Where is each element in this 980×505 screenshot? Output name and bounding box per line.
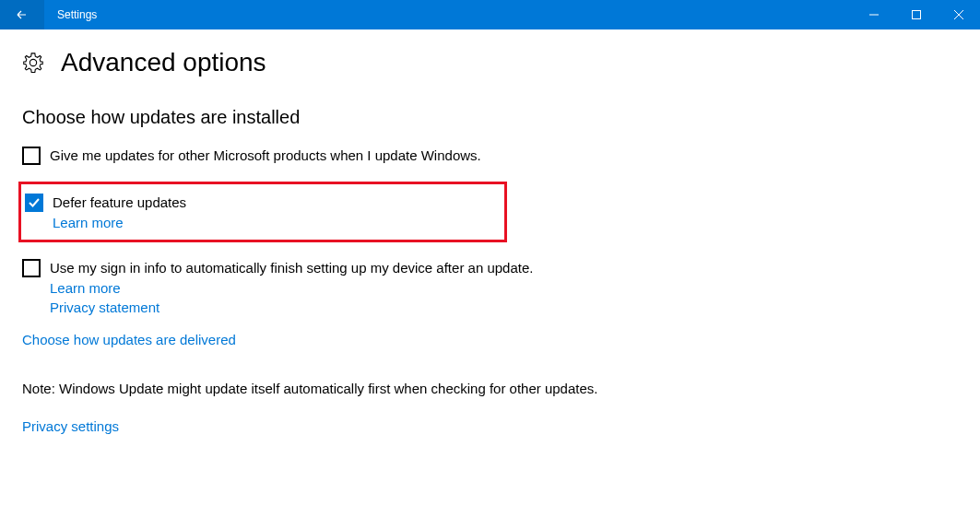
checkbox-signin-info[interactable] [22,259,41,277]
minimize-icon [869,10,879,19]
page-title: Advanced options [61,48,266,77]
gear-icon [22,52,44,74]
close-icon [954,10,963,19]
checkbox-microsoft-products[interactable] [22,147,41,165]
titlebar: Settings [0,0,980,29]
maximize-icon [912,10,921,19]
option-microsoft-products: Give me updates for other Microsoft prod… [22,147,958,165]
window-title: Settings [44,8,853,21]
section-title: Choose how updates are installed [22,107,958,128]
svg-rect-1 [913,11,921,19]
arrow-left-icon [15,7,30,22]
back-button[interactable] [0,0,44,29]
link-updates-delivered[interactable]: Choose how updates are delivered [22,332,958,347]
label-signin-info: Use my sign in info to automatically fin… [50,259,533,277]
link-defer-learn-more[interactable]: Learn more [53,215,186,230]
content-area: Advanced options Choose how updates are … [0,29,980,469]
checkmark-icon [28,196,41,209]
page-header: Advanced options [22,48,958,77]
close-button[interactable] [938,0,980,29]
checkbox-defer-updates[interactable] [25,194,43,212]
label-defer-updates: Defer feature updates [53,194,186,212]
minimize-button[interactable] [853,0,895,29]
maximize-button[interactable] [895,0,938,29]
link-privacy-settings[interactable]: Privacy settings [22,418,958,434]
highlighted-defer-updates: Defer feature updates Learn more [18,182,507,242]
link-privacy-statement[interactable]: Privacy statement [50,299,958,315]
sublink-block: Privacy statement [50,299,958,315]
option-signin-info: Use my sign in info to automatically fin… [22,259,958,296]
label-microsoft-products: Give me updates for other Microsoft prod… [50,147,481,165]
option-defer-updates: Defer feature updates Learn more [25,194,497,230]
note-text: Note: Windows Update might update itself… [22,381,958,396]
window-controls [853,0,980,29]
link-signin-learn-more[interactable]: Learn more [50,280,533,296]
